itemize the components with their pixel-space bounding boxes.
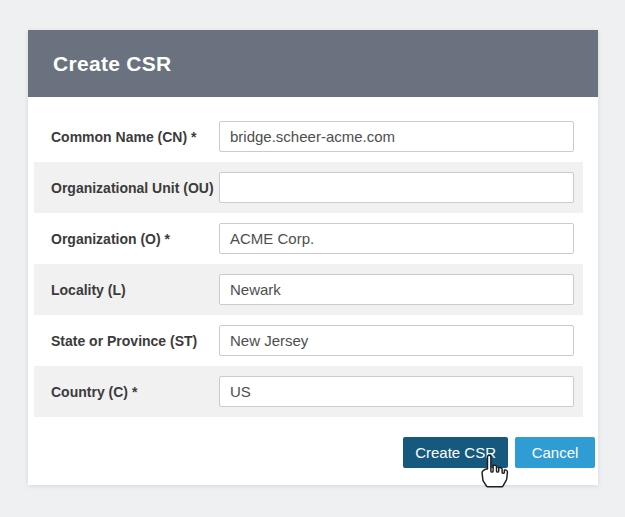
dialog-header: Create CSR — [28, 30, 598, 97]
common-name-label: Common Name (CN) * — [51, 129, 219, 145]
organizational-unit-input[interactable] — [219, 172, 574, 203]
common-name-input[interactable] — [219, 121, 574, 152]
form-row-organization: Organization (O) * — [34, 213, 583, 264]
form-row-organizational-unit: Organizational Unit (OU) — [34, 162, 583, 213]
state-or-province-input[interactable] — [219, 325, 574, 356]
state-or-province-label: State or Province (ST) — [51, 333, 219, 349]
country-label: Country (C) * — [51, 384, 219, 400]
organization-label: Organization (O) * — [51, 231, 219, 247]
dialog-title: Create CSR — [53, 52, 172, 76]
organizational-unit-label: Organizational Unit (OU) — [51, 180, 219, 196]
form-row-locality: Locality (L) — [34, 264, 583, 315]
organization-input[interactable] — [219, 223, 574, 254]
create-csr-button[interactable]: Create CSR — [403, 437, 508, 468]
form-row-common-name: Common Name (CN) * — [34, 111, 583, 162]
country-input[interactable] — [219, 376, 574, 407]
locality-input[interactable] — [219, 274, 574, 305]
create-csr-dialog: Create CSR Common Name (CN) * Organizati… — [28, 30, 598, 485]
locality-label: Locality (L) — [51, 282, 219, 298]
dialog-footer: Create CSR Cancel — [28, 417, 598, 468]
form-row-country: Country (C) * — [34, 366, 583, 417]
form-row-state-or-province: State or Province (ST) — [34, 315, 583, 366]
cancel-button[interactable]: Cancel — [515, 437, 595, 468]
csr-form: Common Name (CN) * Organizational Unit (… — [28, 97, 598, 417]
